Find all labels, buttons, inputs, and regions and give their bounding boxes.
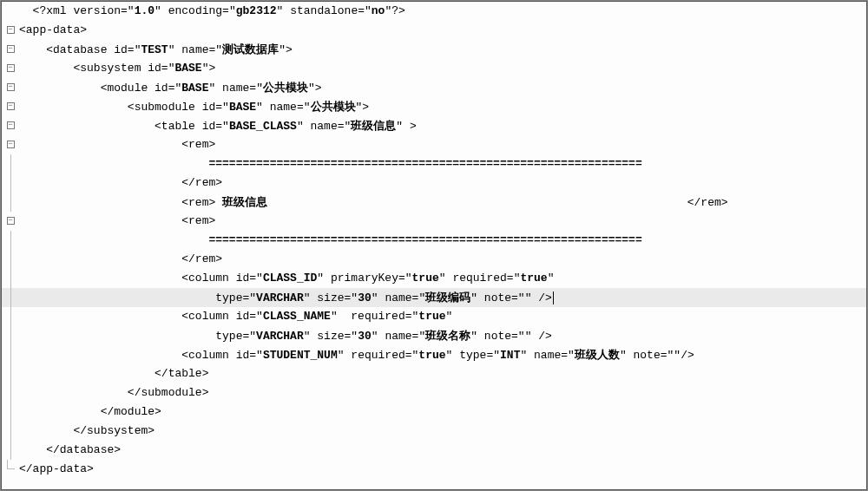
fold-guide-icon <box>10 364 11 383</box>
gutter <box>2 422 19 441</box>
code-content: </subsystem> <box>19 422 866 441</box>
code-content: <module id="BASE" name="公共模块"> <box>19 78 866 98</box>
code-content: <column id="CLASS_ID" primaryKey="true" … <box>19 269 866 288</box>
separator: ========================================… <box>208 233 641 246</box>
code-line[interactable]: <?xml version="1.0" encoding="gb2312" st… <box>2 2 866 21</box>
minus-icon: − <box>7 141 15 148</box>
fold-guide-icon <box>10 288 11 307</box>
code-content: </submodule> <box>19 383 866 403</box>
code-content: </module> <box>19 403 866 422</box>
fold-guide-icon <box>10 383 11 403</box>
code-line[interactable]: type="VARCHAR" size="30" name="班级名称" not… <box>2 326 866 345</box>
code-content: <?xml version="1.0" encoding="gb2312" st… <box>19 2 866 21</box>
minus-icon: − <box>7 121 15 129</box>
gutter <box>2 403 19 422</box>
fold-guide-icon <box>10 403 11 422</box>
code-content: <column id="STUDENT_NUM" required="true"… <box>19 345 866 365</box>
code-content: </table> <box>19 364 866 383</box>
minus-icon: − <box>7 45 15 53</box>
fold-end-icon <box>7 460 15 469</box>
code-line[interactable]: </table> <box>2 364 866 383</box>
code-line[interactable]: <column id="STUDENT_NUM" required="true"… <box>2 345 866 364</box>
code-content: <column id="CLASS_NAME" required="true" <box>19 307 866 326</box>
code-line[interactable]: </subsystem> <box>2 422 866 441</box>
separator: ========================================… <box>208 157 641 170</box>
code-line[interactable]: </submodule> <box>2 383 866 403</box>
xml-open: <?xml <box>33 4 67 17</box>
code-editor[interactable]: <?xml version="1.0" encoding="gb2312" st… <box>1 1 867 490</box>
gutter <box>2 173 19 193</box>
code-line[interactable]: <rem> 班级信息 </rem> <box>2 193 866 212</box>
code-line[interactable]: </database> <box>2 441 866 460</box>
code-content: ========================================… <box>19 231 866 250</box>
code-content: <app-data> <box>19 21 866 40</box>
code-content: </database> <box>19 441 866 460</box>
fold-guide-icon <box>10 269 11 288</box>
gutter <box>2 345 19 364</box>
gutter <box>2 383 19 403</box>
code-line[interactable]: − <rem> <box>2 212 866 231</box>
code-line[interactable]: − <table id="BASE_CLASS" name="班级信息" > <box>2 116 866 135</box>
code-content: </rem> <box>19 173 866 193</box>
minus-icon: − <box>7 26 15 34</box>
code-content: <rem> <box>19 135 866 154</box>
code-line[interactable]: − <rem> <box>2 135 866 154</box>
code-content: <rem> <box>19 212 866 231</box>
minus-icon: − <box>7 64 15 72</box>
gutter <box>2 307 19 326</box>
fold-guide-icon <box>10 307 11 326</box>
gutter <box>2 231 19 250</box>
code-line[interactable]: <column id="CLASS_NAME" required="true" <box>2 307 866 326</box>
code-line[interactable]: </app-data> <box>2 460 866 479</box>
minus-icon: − <box>7 83 15 91</box>
code-line[interactable]: − <submodule id="BASE" name="公共模块"> <box>2 97 866 116</box>
fold-toggle[interactable]: − <box>2 97 19 116</box>
gutter <box>2 326 19 345</box>
fold-guide-icon <box>10 422 11 441</box>
gutter <box>2 460 19 479</box>
gutter <box>2 250 19 269</box>
code-content: type="VARCHAR" size="30" name="班级名称" not… <box>19 326 866 346</box>
code-line[interactable]: ========================================… <box>2 154 866 173</box>
fold-toggle[interactable]: − <box>2 212 19 231</box>
gutter <box>2 2 19 21</box>
fold-guide-icon <box>10 154 11 173</box>
code-content: <rem> 班级信息 </rem> <box>19 193 866 213</box>
code-content: <database id="TEST" name="测试数据库"> <box>19 40 866 60</box>
fold-toggle[interactable]: − <box>2 78 19 97</box>
fold-toggle[interactable]: − <box>2 135 19 154</box>
gutter <box>2 269 19 288</box>
fold-toggle[interactable]: − <box>2 116 19 135</box>
code-line[interactable]: </rem> <box>2 250 866 269</box>
code-line-active[interactable]: type="VARCHAR" size="30" name="班级编码" not… <box>2 288 866 307</box>
fold-guide-icon <box>10 250 11 269</box>
code-line[interactable]: − <subsystem id="BASE"> <box>2 59 866 78</box>
fold-guide-icon <box>10 231 11 250</box>
gutter <box>2 154 19 173</box>
text-cursor-icon <box>553 291 554 304</box>
gutter <box>2 193 19 212</box>
code-content: <subsystem id="BASE"> <box>19 59 866 78</box>
fold-toggle[interactable]: − <box>2 40 19 59</box>
code-line[interactable]: − <database id="TEST" name="测试数据库"> <box>2 40 866 59</box>
code-content: </app-data> <box>19 460 866 479</box>
gutter <box>2 441 19 460</box>
code-line[interactable]: <column id="CLASS_ID" primaryKey="true" … <box>2 269 866 288</box>
code-content: ========================================… <box>19 154 866 173</box>
code-line[interactable]: ========================================… <box>2 231 866 250</box>
code-line[interactable]: − <module id="BASE" name="公共模块"> <box>2 78 866 97</box>
code-content: type="VARCHAR" size="30" name="班级编码" not… <box>19 288 866 308</box>
code-content: <table id="BASE_CLASS" name="班级信息" > <box>19 116 866 136</box>
fold-guide-icon <box>10 441 11 460</box>
code-line[interactable]: </rem> <box>2 173 866 193</box>
code-content: <submodule id="BASE" name="公共模块"> <box>19 97 866 117</box>
fold-guide-icon <box>10 326 11 345</box>
minus-icon: − <box>7 102 15 110</box>
code-line[interactable]: </module> <box>2 403 866 422</box>
minus-icon: − <box>7 217 15 225</box>
fold-toggle[interactable]: − <box>2 21 19 40</box>
fold-toggle[interactable]: − <box>2 59 19 78</box>
gutter <box>2 364 19 383</box>
fold-guide-icon <box>10 345 11 364</box>
code-line[interactable]: − <app-data> <box>2 21 866 40</box>
